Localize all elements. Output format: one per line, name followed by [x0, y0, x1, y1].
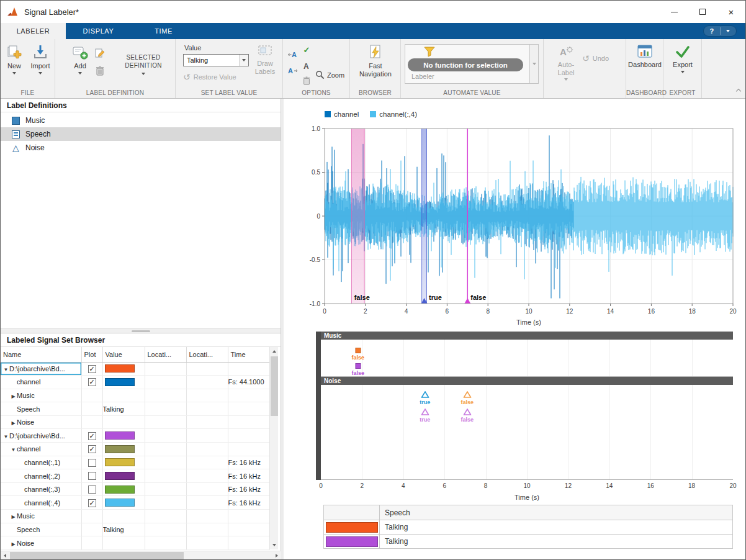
table-row[interactable]: ▶Music: [1, 389, 269, 402]
table-row[interactable]: ▼D:\jobarchive\Bd...✓: [1, 362, 269, 376]
plot-checkbox[interactable]: ✓: [88, 432, 96, 440]
plot-checkbox[interactable]: [88, 459, 96, 467]
minimize-button[interactable]: [660, 1, 688, 23]
strips-scrollbar[interactable]: [316, 332, 321, 480]
gallery-dropdown-button[interactable]: [529, 45, 538, 83]
delete-label-button[interactable]: [300, 75, 313, 86]
zoom-button[interactable]: Zoom: [315, 70, 344, 79]
cell-color: [324, 520, 380, 535]
label-definition-item-speech[interactable]: Speech: [1, 127, 281, 141]
undo-button[interactable]: ↺ Undo: [582, 54, 609, 63]
tab-time[interactable]: TIME: [131, 23, 196, 39]
color-swatch: [326, 536, 378, 547]
expand-icon[interactable]: ▶: [10, 394, 17, 399]
table-row[interactable]: channel(:,2)Fs: 16 kHz: [1, 469, 269, 483]
panel-splitter[interactable]: [1, 328, 281, 333]
label-marker-square[interactable]: [355, 363, 361, 369]
scroll-left-button[interactable]: [1, 551, 9, 560]
label-marker-triangle[interactable]: [421, 391, 429, 398]
column-header-location1[interactable]: Locati...: [145, 347, 186, 362]
strip-axis-label: Time (s): [515, 494, 539, 501]
collapse-icon[interactable]: ▼: [10, 447, 17, 453]
new-button[interactable]: New: [2, 44, 27, 75]
table-row[interactable]: channel(:,1)Fs: 16 kHz: [1, 456, 269, 469]
column-header-time[interactable]: Time: [228, 347, 269, 362]
signal-name: Music: [17, 512, 35, 520]
table-row[interactable]: ▼D:\jobarchive\Bd...✓: [1, 429, 269, 443]
next-label-button[interactable]: A: [287, 65, 299, 76]
label-marker-triangle[interactable]: [463, 409, 471, 415]
plot-checkbox[interactable]: ✓: [88, 499, 96, 507]
maximize-button[interactable]: [688, 1, 717, 23]
label-value-button[interactable]: A: [300, 60, 313, 71]
horizontal-scroll-thumb[interactable]: [10, 552, 184, 559]
label-marker-triangle[interactable]: [463, 391, 471, 398]
table-row[interactable]: channel✓Fs: 44.1000: [1, 376, 269, 389]
delete-label-definition-button[interactable]: [94, 65, 106, 76]
help-button[interactable]: ?: [703, 25, 737, 37]
speech-table-row[interactable]: Talking: [324, 520, 733, 535]
plot-checkbox[interactable]: [88, 485, 96, 494]
table-row[interactable]: channel(:,3)Fs: 16 kHz: [1, 482, 269, 496]
table-row[interactable]: SpeechTalking: [1, 402, 269, 416]
label-definition-item-music[interactable]: Music: [1, 114, 281, 127]
column-header-location2[interactable]: Locati...: [186, 347, 228, 362]
add-label-definition-button[interactable]: Add: [68, 44, 92, 75]
strip-plot-noise[interactable]: truefalsetruefalse: [321, 385, 733, 480]
close-button[interactable]: ×: [717, 1, 745, 23]
plot-checkbox[interactable]: [88, 472, 96, 480]
column-header-plot[interactable]: Plot: [81, 347, 102, 362]
labeler-gallery[interactable]: No function for selection Labeler: [405, 44, 539, 84]
edit-label-definition-button[interactable]: [94, 48, 106, 59]
dashboard-button[interactable]: Dashboard: [630, 44, 660, 69]
expand-icon[interactable]: ▶: [10, 541, 17, 547]
scroll-down-button[interactable]: [270, 541, 279, 549]
plot-checkbox[interactable]: ✓: [88, 445, 96, 453]
table-row[interactable]: SpeechTalking: [1, 523, 269, 536]
strip-plot-music[interactable]: falsefalse: [321, 340, 733, 377]
previous-label-button[interactable]: A: [287, 49, 299, 60]
table-row[interactable]: ▼channel✓: [1, 443, 269, 456]
new-icon: [6, 44, 23, 60]
plot-checkbox[interactable]: ✓: [88, 365, 96, 373]
svg-text:false: false: [470, 294, 486, 301]
label-definitions-list: MusicSpeech△Noise: [1, 114, 281, 155]
gridline: [692, 385, 693, 479]
column-header-value[interactable]: Value: [102, 347, 145, 362]
table-horizontal-scrollbar[interactable]: [1, 551, 281, 559]
label-definition-item-noise[interactable]: △Noise: [1, 141, 281, 155]
tab-display[interactable]: DISPLAY: [66, 23, 131, 39]
selected-definition-dropdown[interactable]: SELECTED DEFINITION: [115, 54, 172, 75]
expand-icon[interactable]: ▶: [10, 420, 17, 426]
auto-label-button[interactable]: A Auto-Label: [551, 44, 581, 81]
strip-header-music[interactable]: Music: [321, 332, 733, 340]
table-row[interactable]: ▶Noise: [1, 415, 269, 429]
tab-labeler[interactable]: LABELER: [1, 23, 66, 39]
label-marker-triangle[interactable]: [421, 409, 429, 415]
expand-icon[interactable]: ▶: [10, 514, 17, 520]
table-row[interactable]: ▶Noise: [1, 536, 269, 550]
label-marker-square[interactable]: [355, 348, 361, 353]
collapse-ribbon-button[interactable]: [736, 89, 741, 94]
draw-labels-button[interactable]: DrawLabels: [249, 44, 281, 75]
table-vertical-scrollbar[interactable]: [269, 347, 278, 549]
accept-label-button[interactable]: ✓: [300, 44, 313, 55]
table-row[interactable]: ▶Music: [1, 510, 269, 523]
plot-checkbox[interactable]: ✓: [88, 378, 96, 386]
vertical-scroll-thumb[interactable]: [271, 356, 278, 416]
value-combobox[interactable]: Talking: [183, 54, 249, 66]
combobox-dropdown-button[interactable]: [239, 55, 248, 66]
export-button[interactable]: Export: [668, 44, 697, 73]
scroll-up-button[interactable]: [270, 347, 279, 356]
strip-header-noise[interactable]: Noise: [321, 377, 733, 385]
waveform-plot[interactable]: falsetruefalse02468101214161820-1.0-0.50…: [297, 122, 742, 328]
collapse-icon[interactable]: ▼: [2, 367, 9, 373]
fast-navigation-button[interactable]: FastNavigation: [356, 44, 395, 78]
collapse-icon[interactable]: ▼: [2, 434, 9, 440]
scroll-right-button[interactable]: [272, 551, 281, 560]
column-header-name[interactable]: Name: [1, 347, 81, 362]
table-row[interactable]: channel(:,4)✓Fs: 16 kHz: [1, 496, 269, 510]
speech-table-row[interactable]: Talking: [324, 535, 733, 549]
import-button[interactable]: Import: [28, 44, 53, 75]
restore-value-button[interactable]: ↺ Restore Value: [183, 73, 236, 81]
